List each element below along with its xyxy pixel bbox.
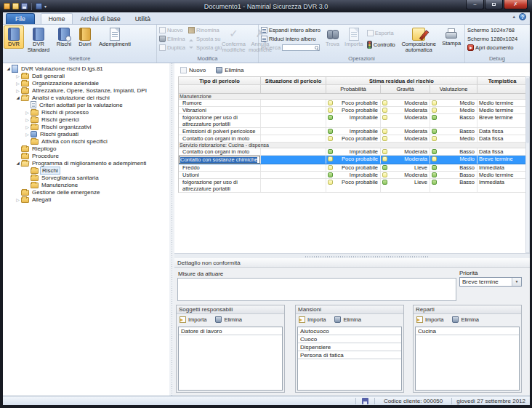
chevron-collapsed-icon[interactable]: ▷ — [15, 73, 21, 79]
table-group-row[interactable]: Servizio ristorazione: Cucina - dispensa — [179, 143, 525, 148]
ricerca-input[interactable] — [282, 44, 320, 51]
sposta-giu-ribbon-button[interactable]: Sposta giù — [187, 43, 220, 52]
conferma-modifiche-button[interactable]: ✓ Conferma modifiche — [220, 25, 247, 55]
priorita-dropdown[interactable]: Breve termine ▼ — [459, 277, 522, 287]
table-vertical-scrollbar[interactable] — [525, 76, 530, 253]
cell-gravita[interactable]: Moderata — [380, 135, 430, 142]
table-row[interactable]: UstioniImprobabileModerataBassoMedio ter… — [179, 172, 525, 179]
cell-tempistica[interactable]: Breve termine — [477, 156, 527, 164]
cell-tipo-di-pericolo[interactable]: folgorazione per uso di attrezzature por… — [179, 179, 260, 192]
close-button[interactable]: ✗ — [504, 0, 528, 9]
adempimenti-button[interactable]: Adempimenti — [95, 25, 134, 49]
chevron-collapsed-icon[interactable]: ▷ — [24, 110, 31, 115]
table-row[interactable]: VibrazioniPoco probabileModerataMedioMed… — [179, 107, 525, 114]
tree-item[interactable]: ▷Attrezzature, Opere, Sostanze, Impianti… — [3, 87, 169, 94]
tree-item[interactable]: Procedure — [3, 152, 169, 159]
table-row[interactable]: Contatto con organi in motoImprobabileMo… — [179, 148, 525, 156]
importa-button[interactable]: Importa — [180, 316, 206, 323]
riduci-albero-button[interactable]: Riduci intero albero — [259, 34, 323, 43]
tree-item[interactable]: ▷Rischi graduati — [3, 130, 169, 137]
schermo-1024-button[interactable]: Schermo 1024x768 — [466, 25, 528, 34]
elimina-row-button[interactable]: Elimina — [216, 67, 243, 73]
table-row[interactable]: Emissioni di polveri pericoloseImprobabi… — [179, 128, 525, 135]
cell-situazione-di-pericolo[interactable] — [260, 114, 326, 127]
subcol-probabilita[interactable]: Probabilità — [326, 85, 380, 93]
cell-probabilita[interactable]: Poco probabile — [326, 179, 380, 192]
cell-gravita[interactable]: Moderata — [380, 107, 430, 113]
quick-new-icon[interactable] — [4, 3, 10, 9]
cell-gravita[interactable]: Moderata — [380, 128, 430, 135]
minimize-button[interactable]: – — [466, 0, 484, 9]
cell-tempistica[interactable]: Medio termine — [477, 107, 527, 113]
subcol-valutazione[interactable]: Valutazione — [430, 85, 477, 93]
tree-item[interactable]: Criteri adottati per la valutazione — [3, 101, 169, 108]
tree-item[interactable]: ▷Rischi organizzativi — [3, 123, 169, 130]
sposta-su-ribbon-button[interactable]: Sposta su — [187, 34, 220, 43]
cell-tipo-di-pericolo[interactable]: Contatto con sostanze chimiche — [179, 156, 260, 164]
cell-situazione-di-pericolo[interactable] — [260, 107, 326, 113]
col-situazione-di-pericolo[interactable]: Situazione di pericolo — [260, 77, 326, 84]
chevron-expanded-icon[interactable]: ◢ — [5, 66, 12, 71]
chevron-expanded-icon[interactable]: ◢ — [15, 161, 21, 165]
importa-button[interactable]: Importa — [416, 316, 443, 323]
cell-tempistica[interactable]: Immediata — [477, 179, 527, 192]
cell-probabilita[interactable]: Poco probabile — [326, 100, 380, 106]
cell-probabilita[interactable]: Poco probabile — [326, 135, 380, 142]
cell-valutazione[interactable]: Medio — [430, 100, 477, 106]
cell-tipo-di-pericolo[interactable]: Ustioni — [179, 172, 260, 178]
cell-gravita[interactable]: Lieve — [380, 179, 430, 192]
cell-valutazione[interactable]: Basso — [430, 172, 477, 178]
list-item[interactable]: Cucina — [416, 327, 519, 335]
tree-item[interactable]: Manutenzione — [3, 181, 169, 188]
col-stima-residua[interactable]: Stima residua del rischio — [326, 77, 477, 84]
chevron-collapsed-icon[interactable]: ▷ — [24, 132, 31, 137]
cell-situazione-di-pericolo[interactable] — [260, 156, 326, 164]
cell-tipo-di-pericolo[interactable]: Vibrazioni — [179, 107, 260, 113]
cell-tempistica[interactable]: Medio termine — [477, 100, 527, 106]
subcol-gravita[interactable]: Gravità — [380, 85, 430, 93]
tree-item[interactable]: Attività con rischi specifici — [3, 137, 169, 145]
quick-tool-icon[interactable] — [36, 3, 42, 9]
tree-item[interactable]: ▷Rischi di processo — [3, 108, 169, 116]
stampa-button[interactable]: Stampa — [439, 25, 464, 48]
tree-item[interactable]: ▷Rischi generici — [3, 116, 169, 123]
nuovo-row-button[interactable]: Nuovo — [180, 67, 206, 73]
cell-situazione-di-pericolo[interactable] — [260, 179, 326, 192]
scrollbar-thumb[interactable] — [526, 78, 529, 143]
cell-tipo-di-pericolo[interactable]: Contatto con organi in moto — [179, 148, 260, 155]
table-row[interactable]: FreddoPoco probabileLieveBassoImmediata — [179, 164, 525, 172]
tree-item[interactable]: Rischi — [3, 167, 169, 174]
quick-access-caret-icon[interactable]: ▾ — [44, 4, 47, 9]
dvr-button[interactable]: DVR — [4, 25, 24, 49]
cell-tempistica[interactable]: Data fissa — [477, 148, 527, 155]
elimina-button[interactable]: Elimina — [215, 316, 242, 323]
cell-probabilita[interactable]: Improbabile — [326, 148, 380, 155]
cell-valutazione[interactable]: Medio — [430, 156, 477, 164]
misure-da-attuare-textarea[interactable] — [177, 278, 456, 301]
elimina-button[interactable]: Elimina — [452, 316, 479, 323]
quick-open-icon[interactable] — [12, 3, 19, 9]
cell-situazione-di-pericolo[interactable] — [260, 128, 326, 135]
importa-ribbon-button[interactable]: Importa — [342, 25, 366, 49]
minimize-ribbon-icon[interactable]: ▴ — [512, 14, 515, 20]
col-tipo-di-pericolo[interactable]: Tipo di pericolo — [179, 77, 260, 84]
table-row[interactable]: Contatto con sostanze chimichePoco proba… — [179, 156, 525, 164]
list-item[interactable]: Cuoco — [298, 335, 401, 343]
nuovo-ribbon-button[interactable]: Nuovo — [158, 25, 187, 34]
tree-item[interactable]: ▷Allegati — [3, 196, 169, 203]
cell-valutazione[interactable]: Basso — [430, 164, 477, 171]
cell-valutazione[interactable]: Basso — [430, 148, 477, 155]
tree-item[interactable]: Riepilogo — [3, 145, 169, 152]
schermo-1280-button[interactable]: Schermo 1280x1024 — [466, 34, 528, 43]
list-item[interactable]: Persona di fatica — [298, 351, 401, 359]
cell-situazione-di-pericolo[interactable] — [260, 148, 326, 155]
tab-archivi-di-base[interactable]: Archivi di base — [73, 14, 127, 24]
cell-gravita[interactable]: Lieve — [380, 164, 430, 171]
chevron-collapsed-icon[interactable]: ▷ — [15, 81, 21, 86]
table-row[interactable]: RumorePoco probabileModerataMedioMedio t… — [179, 100, 525, 107]
list-item[interactable]: Dispensiere — [298, 343, 401, 351]
tree-item[interactable]: ◢Programma di miglioramento e adempiment… — [3, 159, 169, 167]
cell-valutazione[interactable]: Basso — [430, 179, 477, 192]
rinomina-ribbon-button[interactable]: Rinomina — [187, 25, 220, 34]
dvr-standard-button[interactable]: DVR Standard — [24, 25, 53, 55]
